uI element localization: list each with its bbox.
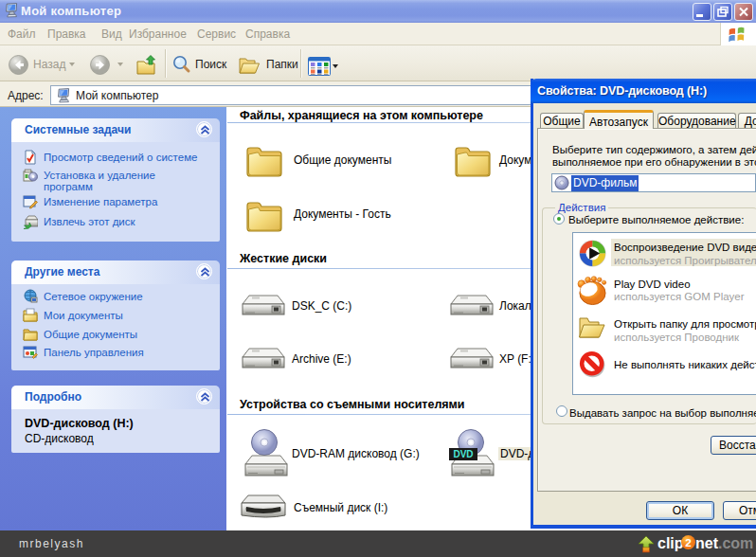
svg-text:2: 2 [685, 536, 692, 548]
